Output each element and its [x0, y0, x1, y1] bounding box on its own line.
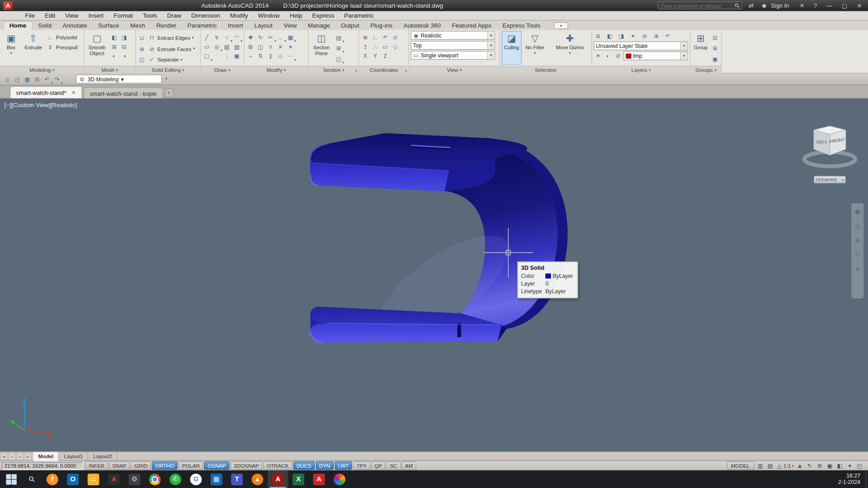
ribbon-tab-layout[interactable]: Layout	[249, 22, 278, 30]
polysolid-button[interactable]: ∟Polysolid	[46, 33, 78, 41]
layer-freeze-icon[interactable]: ✶	[628, 32, 637, 41]
section-plane-button[interactable]: ◫ Section Plane	[311, 31, 333, 65]
copy-icon[interactable]: ⊞	[246, 42, 255, 51]
status-toggle-ducs[interactable]: DUCS	[293, 461, 315, 469]
solid-subtract-icon[interactable]: ⊓	[147, 33, 156, 42]
firefox-button[interactable]: f	[42, 470, 62, 488]
panel-label-selection[interactable]: Selection	[500, 66, 591, 74]
zoom-icon[interactable]: ⊕	[855, 237, 860, 244]
status-toggle-qp[interactable]: QP	[371, 461, 386, 469]
status-toggle-dyn[interactable]: DYN	[316, 461, 333, 469]
toolbar-lock-icon[interactable]: ▣	[826, 461, 835, 469]
panel-label-draw[interactable]: Draw▾	[201, 66, 244, 74]
ribbon-minimize-button[interactable]: ▾	[554, 22, 568, 29]
rotate-icon[interactable]: ↻	[256, 33, 265, 42]
layout-nav-0[interactable]: «	[0, 452, 8, 460]
workspace-combo[interactable]: ⚙ 3D Modeling▾	[76, 75, 162, 84]
ribbon-tab-render[interactable]: Render	[151, 22, 182, 30]
google-button[interactable]: G	[186, 470, 206, 488]
calculator-button[interactable]: ▦	[206, 470, 226, 488]
search-icon[interactable]: ⚲	[731, 0, 743, 11]
maximize-button[interactable]: ▢	[839, 1, 849, 9]
orbit-icon[interactable]: ↻	[855, 252, 860, 258]
panel-launcher-icon[interactable]: ↘	[404, 69, 407, 73]
mesh-close-icon[interactable]: ◑	[120, 52, 129, 61]
extrude-button[interactable]: ⇧ Extrude	[22, 31, 44, 65]
panel-label-layers[interactable]: Layers▾	[592, 66, 690, 74]
box-button[interactable]: ▣ Box ▾	[2, 31, 21, 65]
pan-icon[interactable]: ◎	[854, 223, 860, 230]
slice-icon[interactable]: ⊘	[147, 44, 156, 53]
edit-polyline-icon[interactable]: ◇	[276, 52, 285, 61]
no-filter-button[interactable]: ▽ No Filter ▾	[523, 31, 546, 65]
status-toggle-3dosnap[interactable]: 3DOSNAP	[231, 461, 262, 469]
join-icon[interactable]: ∥	[266, 52, 275, 61]
visual-style-combo[interactable]: ◉ Realistic▾	[411, 31, 495, 40]
menu-help[interactable]: Help	[285, 12, 307, 19]
panel-label-section[interactable]: Section▾↘	[309, 66, 359, 74]
rectangle-icon[interactable]: ▭	[203, 42, 212, 51]
ribbon-tab-output[interactable]: Output	[335, 22, 365, 30]
help-icon[interactable]: ?	[811, 2, 820, 9]
layer-properties-icon[interactable]: ≣	[594, 32, 603, 41]
ribbon-tab-solid[interactable]: Solid	[33, 22, 57, 30]
status-toggle-grid[interactable]: GRID	[131, 461, 151, 469]
tab-model[interactable]: Model	[33, 452, 59, 461]
presspull-button[interactable]: ⇕Presspull	[46, 43, 78, 51]
layer-state-combo[interactable]: Unsaved Layer State▾	[594, 42, 688, 51]
culling-button[interactable]: ◪ Culling	[502, 31, 522, 65]
add-jog-icon[interactable]: ⊞▾	[334, 44, 343, 53]
group-bounding-icon[interactable]: ▣	[711, 54, 720, 63]
generate-section-icon[interactable]: ◫▾	[334, 54, 343, 63]
autodesk360-icon[interactable]: ✕	[797, 2, 807, 9]
status-toggle-ortho[interactable]: ORTHO	[152, 461, 178, 469]
qat-undo-icon[interactable]: ↶▾	[42, 75, 52, 84]
viewcube[interactable]: LEFT FRONT	[802, 115, 860, 170]
settings-button[interactable]: ⚙	[124, 470, 145, 488]
panel-label-groups[interactable]: Groups▾	[691, 66, 721, 74]
trim-icon[interactable]: ✂▾	[266, 33, 275, 42]
stretch-icon[interactable]: ↔	[246, 52, 255, 61]
panel-label-mesh[interactable]: Mesh▾	[84, 66, 135, 74]
ucs-x-icon[interactable]: X	[361, 52, 370, 61]
menu-format[interactable]: Format	[108, 12, 138, 19]
hatch-icon[interactable]: ▨	[222, 42, 231, 51]
extrude-faces-button[interactable]: Extrude Faces▾	[157, 46, 195, 52]
group-edit-icon[interactable]: ⊞	[711, 44, 720, 53]
status-toggle-infer[interactable]: INFER	[85, 461, 108, 469]
layout-nav-1[interactable]: ‹	[8, 452, 15, 460]
adobe-button[interactable]: A	[309, 470, 329, 488]
ribbon-tab-annotate[interactable]: Annotate	[57, 22, 93, 30]
move-gizmo-button[interactable]: ✚ Move Gizmo ▾	[554, 31, 586, 65]
ucs-view-icon[interactable]: ▭	[381, 42, 390, 51]
workspace-switching-icon[interactable]: ⚙	[816, 461, 825, 469]
erase-icon[interactable]: ✕	[276, 42, 285, 51]
excel-button[interactable]: X	[288, 470, 309, 488]
layout-nav-2[interactable]: ›	[16, 452, 24, 460]
circle-icon[interactable]: ○▾	[222, 33, 231, 42]
menu-express[interactable]: Express	[307, 12, 339, 19]
smooth-object-button[interactable]: ▢ Smooth Object	[86, 31, 108, 65]
panel-label-coordinates[interactable]: Coordinates↘	[359, 66, 408, 74]
gradient-icon[interactable]: ▧	[232, 42, 241, 51]
ribbon-tab-parametric[interactable]: Parametric	[182, 22, 222, 30]
whatsapp-button[interactable]: ✆	[165, 470, 185, 488]
smooth-less-icon[interactable]: ◨	[120, 33, 129, 42]
divide-icon[interactable]: ⋮	[222, 52, 231, 61]
ribbon-tab-express-tools[interactable]: Express Tools	[497, 22, 546, 30]
annotation-visibility-icon[interactable]: ▲	[795, 461, 804, 469]
steering-wheel-icon[interactable]: ◉	[854, 208, 860, 215]
extract-edges-button[interactable]: Extract Edges▾	[157, 35, 193, 41]
solid-check-icon[interactable]: ✓	[147, 55, 156, 64]
ribbon-tab-view[interactable]: View	[278, 22, 302, 30]
menu-window[interactable]: Window	[253, 12, 285, 19]
ucs-object-icon[interactable]: ◇	[391, 42, 400, 51]
minimize-button[interactable]: —	[824, 1, 835, 9]
quick-view-drawings-icon[interactable]: ▤	[766, 461, 775, 469]
ucs-3point-icon[interactable]: ∴	[371, 42, 380, 51]
ucs-z-axis-icon[interactable]: ↥	[361, 42, 370, 51]
chrome-button[interactable]	[145, 470, 165, 488]
layer-lock-icon[interactable]: ⊘	[640, 32, 649, 41]
status-toggle-snap[interactable]: SNAP	[109, 461, 130, 469]
layer-on-icon[interactable]: ☀	[594, 52, 603, 61]
